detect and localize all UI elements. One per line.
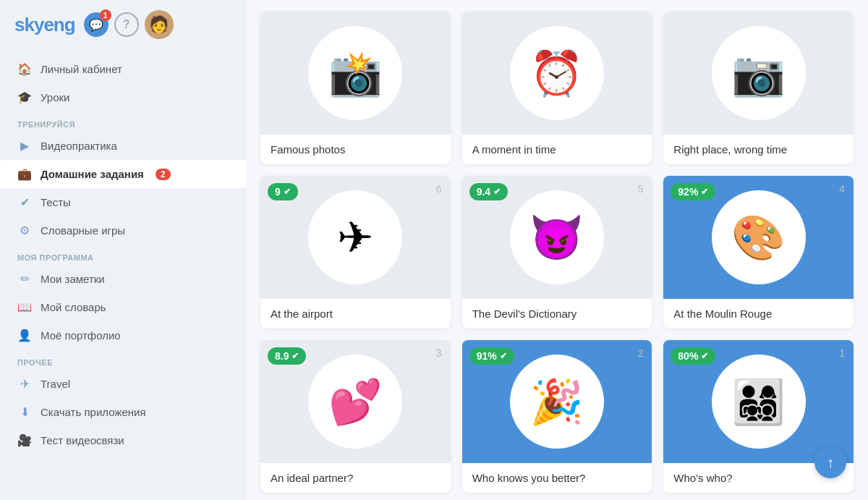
score-value: 80%	[678, 350, 698, 362]
card-devils-dictionary[interactable]: 😈9.4 ✔5The Devil's Dictionary	[462, 176, 652, 329]
sidebar-item-label: Скачать приложения	[41, 406, 146, 418]
sidebar-item-label: Тесты	[41, 196, 71, 208]
card-image-devils-dictionary: 😈9.4 ✔5	[462, 176, 652, 299]
card-airport[interactable]: ✈9 ✔6At the airport	[260, 176, 451, 329]
card-score-badge-airport: 9 ✔	[268, 183, 298, 200]
sidebar-item-travel[interactable]: ✈ Travel	[0, 370, 246, 398]
card-body-famous-photos: Famous photos	[260, 135, 451, 164]
card-famous-photos[interactable]: 📸Famous photos	[260, 12, 451, 164]
card-circle-illus-who-knows: 🎉	[510, 355, 604, 449]
card-number-ideal-partner: 3	[436, 347, 442, 359]
card-ideal-partner[interactable]: 💕8.9 ✔3An ideal partner?	[260, 340, 451, 493]
card-title-moulin-rouge: At the Moulin Rouge	[673, 308, 843, 320]
sidebar-item-label: Мои заметки	[41, 273, 105, 285]
messages-badge: 1	[100, 9, 111, 21]
vocab-icon: 📖	[17, 300, 32, 314]
card-title-famous-photos: Famous photos	[271, 143, 441, 156]
card-score-badge-ideal-partner: 8.9 ✔	[268, 347, 306, 365]
vocab-games-icon: ⚙	[17, 224, 32, 237]
card-number-airport: 6	[436, 183, 442, 195]
sidebar-item-my-portfolio[interactable]: 👤 Моё портфолио	[0, 321, 246, 349]
card-title-airport: At the airport	[271, 308, 441, 320]
card-body-ideal-partner: An ideal partner?	[260, 463, 451, 493]
sidebar-item-lessons[interactable]: 🎓 Уроки	[0, 83, 246, 111]
logo-text: skyeng	[14, 14, 75, 36]
card-score-badge-devils-dictionary: 9.4 ✔	[469, 183, 508, 200]
card-illustration-moment-in-time: ⏰	[462, 12, 652, 135]
card-title-right-place: Right place, wrong time	[673, 143, 843, 156]
sidebar-navigation: 🏠 Личный кабинет 🎓 Уроки ТРЕНИРУЙСЯ ▶ Ви…	[0, 49, 246, 460]
card-circle-illus-famous-photos: 📸	[308, 26, 402, 120]
card-illustration-famous-photos: 📸	[260, 12, 451, 135]
score-value: 8.9	[275, 350, 289, 362]
notes-icon: ✏	[17, 272, 32, 286]
sidebar-item-tests[interactable]: ✔ Тесты	[0, 188, 246, 216]
card-body-right-place: Right place, wrong time	[663, 135, 854, 164]
card-image-right-place: 📷	[663, 12, 854, 135]
check-icon: ✔	[701, 187, 708, 197]
sidebar-item-my-vocab[interactable]: 📖 Мой словарь	[0, 293, 246, 321]
score-value: 92%	[678, 186, 698, 198]
sidebar-item-video-test[interactable]: 🎥 Тест видеосвязи	[0, 426, 246, 454]
card-circle-illus-ideal-partner: 💕	[308, 355, 402, 449]
card-circle-illus-moment-in-time: ⏰	[510, 26, 604, 120]
check-icon: ✔	[500, 351, 507, 361]
sidebar-item-label: Мой словарь	[41, 301, 106, 313]
card-right-place[interactable]: 📷Right place, wrong time	[663, 12, 854, 164]
scroll-top-button[interactable]: ↑	[814, 446, 846, 478]
download-icon: ⬇	[17, 405, 32, 419]
card-body-airport: At the airport	[260, 299, 451, 329]
travel-icon: ✈	[17, 377, 32, 391]
card-body-devils-dictionary: The Devil's Dictionary	[462, 299, 652, 329]
card-moment-in-time[interactable]: ⏰A moment in time	[462, 12, 652, 164]
help-icon[interactable]: ?	[114, 12, 139, 37]
score-value: 91%	[477, 350, 497, 362]
card-number-whos-who: 1	[839, 347, 845, 359]
card-number-who-knows: 2	[638, 347, 644, 359]
section-train-label: ТРЕНИРУЙСЯ	[0, 111, 246, 132]
camera-icon: 🎥	[17, 433, 32, 447]
card-circle-illus-airport: ✈	[308, 190, 402, 284]
show-more-area: Show more	[260, 493, 854, 500]
card-image-famous-photos: 📸	[260, 12, 451, 135]
lessons-icon: 🎓	[17, 90, 32, 104]
card-who-knows[interactable]: 🎉91% ✔2Who knows you better?	[462, 340, 652, 493]
homework-badge: 2	[156, 169, 171, 180]
sidebar-item-label: Видеопрактика	[41, 140, 117, 152]
card-body-moment-in-time: A moment in time	[462, 135, 652, 164]
check-icon: ✔	[701, 351, 708, 361]
card-image-who-knows: 🎉91% ✔2	[462, 340, 652, 463]
sidebar-item-homework[interactable]: 💼 Домашние задания 2	[0, 160, 246, 188]
score-value: 9	[275, 186, 281, 198]
sidebar-header: skyeng 💬 1 ? 🧑	[0, 0, 246, 49]
sidebar-item-video-practice[interactable]: ▶ Видеопрактика	[0, 132, 246, 160]
card-illustration-right-place: 📷	[663, 12, 854, 135]
card-title-devils-dictionary: The Devil's Dictionary	[472, 308, 642, 320]
card-image-airport: ✈9 ✔6	[260, 176, 451, 299]
card-body-moulin-rouge: At the Moulin Rouge	[663, 299, 854, 329]
card-moulin-rouge[interactable]: 🎨92% ✔4At the Moulin Rouge	[663, 176, 854, 329]
portfolio-icon: 👤	[17, 329, 32, 342]
video-icon: ▶	[17, 139, 32, 153]
card-title-ideal-partner: An ideal partner?	[271, 472, 441, 484]
check-icon: ✔	[284, 187, 291, 197]
sidebar-item-download-apps[interactable]: ⬇ Скачать приложения	[0, 398, 246, 426]
card-score-badge-moulin-rouge: 92% ✔	[671, 183, 715, 200]
sidebar-item-label: Домашние задания	[41, 168, 144, 180]
section-other-label: ПРОЧЕЕ	[0, 349, 246, 370]
card-score-badge-who-knows: 91% ✔	[469, 347, 514, 365]
sidebar-item-personal-cabinet[interactable]: 🏠 Личный кабинет	[0, 55, 246, 83]
card-number-moulin-rouge: 4	[839, 183, 845, 195]
sidebar-item-my-notes[interactable]: ✏ Мои заметки	[0, 265, 246, 293]
card-circle-illus-moulin-rouge: 🎨	[712, 190, 806, 284]
logo-icons: 💬 1 ? 🧑	[84, 10, 174, 39]
card-circle-illus-whos-who: 👨‍👩‍👧‍👦	[712, 355, 806, 449]
cards-grid: 📸Famous photos⏰A moment in time📷Right pl…	[260, 12, 854, 493]
card-title-moment-in-time: A moment in time	[472, 143, 642, 156]
card-circle-illus-right-place: 📷	[712, 26, 806, 120]
user-avatar[interactable]: 🧑	[145, 10, 174, 39]
sidebar-item-vocab-games[interactable]: ⚙ Словарные игры	[0, 216, 246, 245]
sidebar-item-label: Уроки	[41, 91, 69, 103]
card-number-devils-dictionary: 5	[638, 183, 644, 195]
messages-icon[interactable]: 💬 1	[84, 12, 109, 37]
